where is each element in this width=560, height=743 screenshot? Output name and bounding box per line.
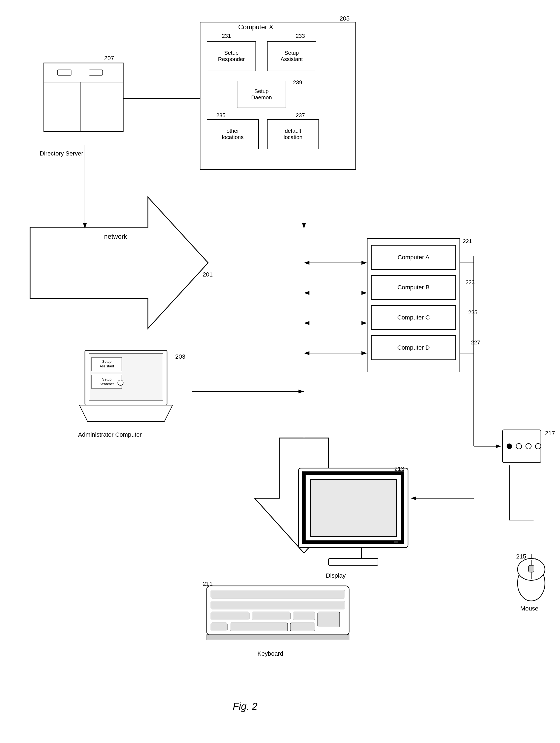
svg-point-41 xyxy=(507,443,512,449)
ref-225: 225 xyxy=(468,309,477,316)
hub-svg xyxy=(501,429,542,464)
admin-computer-svg: Setup Assistant Setup Searcher xyxy=(77,350,175,427)
svg-rect-50 xyxy=(394,541,398,543)
svg-rect-56 xyxy=(293,612,315,620)
svg-rect-58 xyxy=(211,623,227,631)
ref-201: 201 xyxy=(203,271,213,278)
ref-203: 203 xyxy=(175,353,185,360)
directory-server-label: Directory Server xyxy=(40,150,83,157)
other-locations-box: otherlocations xyxy=(207,119,259,149)
svg-rect-55 xyxy=(252,612,290,620)
keyboard-svg xyxy=(205,583,350,649)
display-group xyxy=(296,466,411,569)
ref-239: 239 xyxy=(293,79,302,86)
svg-rect-53 xyxy=(211,601,345,609)
admin-computer-label: Administrator Computer xyxy=(78,431,141,438)
ref-221: 221 xyxy=(463,238,472,245)
svg-rect-47 xyxy=(310,480,396,536)
admin-computer-group: Setup Assistant Setup Searcher xyxy=(77,350,175,427)
svg-rect-61 xyxy=(207,635,349,640)
diagram: Computer X 205 SetupResponder 231 SetupA… xyxy=(0,0,560,743)
hub-group xyxy=(501,429,542,464)
svg-rect-49 xyxy=(329,559,378,565)
network-label: network xyxy=(104,233,127,241)
setup-responder-box: SetupResponder xyxy=(207,41,256,71)
setup-daemon-box: SetupDaemon xyxy=(237,81,286,108)
ref-211: 211 xyxy=(203,580,213,587)
computer-x-label: Computer X xyxy=(238,23,273,31)
ref-223: 223 xyxy=(466,279,475,286)
svg-marker-4 xyxy=(30,197,208,329)
figure-label: Fig. 2 xyxy=(233,701,257,712)
svg-point-43 xyxy=(526,443,531,449)
svg-point-42 xyxy=(516,443,522,449)
computer-a-box: Computer A xyxy=(371,245,456,270)
ref-213: 213 xyxy=(394,466,404,473)
svg-rect-57 xyxy=(318,612,340,627)
ref-217: 217 xyxy=(545,430,555,437)
keyboard-group xyxy=(205,583,350,649)
mouse-label: Mouse xyxy=(520,605,539,612)
svg-text:Setup: Setup xyxy=(102,377,112,381)
svg-rect-60 xyxy=(290,623,315,631)
display-svg xyxy=(296,466,411,569)
svg-rect-48 xyxy=(345,548,361,559)
directory-server-svg xyxy=(38,60,129,145)
computer-c-box: Computer C xyxy=(371,305,456,330)
default-location-box: defaultlocation xyxy=(267,119,319,149)
computer-b-box: Computer B xyxy=(371,275,456,300)
svg-rect-30 xyxy=(89,70,103,75)
svg-rect-26 xyxy=(44,63,123,131)
svg-text:Searcher: Searcher xyxy=(100,382,114,386)
svg-text:Setup: Setup xyxy=(102,359,112,363)
ref-205: 205 xyxy=(340,15,350,22)
ref-231: 231 xyxy=(222,33,231,39)
svg-point-44 xyxy=(535,443,541,449)
directory-server-group xyxy=(38,60,129,145)
keyboard-label: Keyboard xyxy=(257,650,283,657)
ref-215: 215 xyxy=(516,553,526,560)
svg-rect-29 xyxy=(57,70,71,75)
svg-point-39 xyxy=(118,380,123,386)
ref-233: 233 xyxy=(296,33,305,39)
ref-207: 207 xyxy=(104,55,114,62)
svg-rect-54 xyxy=(211,612,249,620)
setup-assistant-x-box: SetupAssistant xyxy=(267,41,316,71)
svg-text:Assistant: Assistant xyxy=(100,364,114,368)
mouse-svg xyxy=(515,553,548,602)
svg-rect-65 xyxy=(528,565,534,572)
mouse-group xyxy=(515,553,548,602)
computer-d-box: Computer D xyxy=(371,335,456,360)
ref-227: 227 xyxy=(471,340,480,346)
ref-235: 235 xyxy=(216,112,225,119)
svg-rect-59 xyxy=(230,623,288,631)
ref-237: 237 xyxy=(296,112,305,119)
svg-rect-52 xyxy=(211,590,345,598)
display-label: Display xyxy=(326,572,346,579)
